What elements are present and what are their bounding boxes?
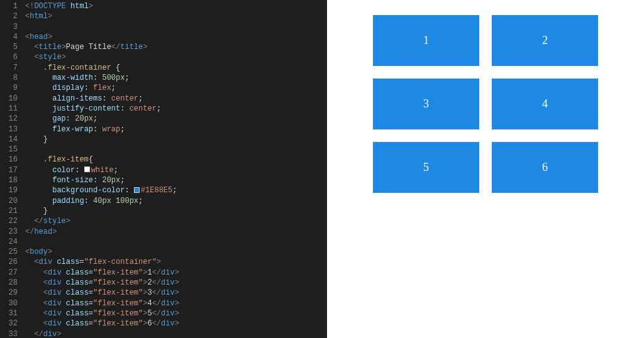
line-number: 23 bbox=[0, 227, 18, 237]
code-line[interactable]: </head> bbox=[25, 227, 327, 237]
line-number: 30 bbox=[0, 298, 18, 308]
line-number: 27 bbox=[0, 268, 18, 278]
line-number: 26 bbox=[0, 257, 18, 267]
line-number: 24 bbox=[0, 237, 18, 247]
code-line[interactable] bbox=[25, 237, 327, 247]
line-number: 28 bbox=[0, 278, 18, 288]
flex-item-3: 3 bbox=[373, 79, 479, 129]
code-editor-pane: 1234567891011121314151617181920212223242… bbox=[0, 0, 327, 338]
code-line[interactable]: .flex-item{ bbox=[25, 155, 327, 165]
line-number: 33 bbox=[0, 329, 18, 339]
code-line[interactable]: color: white; bbox=[25, 165, 327, 175]
code-line[interactable]: <div class="flex-item">5</div> bbox=[25, 308, 327, 319]
code-line[interactable]: } bbox=[25, 206, 327, 216]
code-line[interactable] bbox=[25, 144, 327, 155]
line-number: 19 bbox=[0, 185, 18, 195]
line-number: 31 bbox=[0, 308, 18, 319]
code-line[interactable]: align-items: center; bbox=[25, 94, 327, 104]
code-line[interactable]: <div class="flex-item">1</div> bbox=[25, 268, 327, 278]
line-number: 4 bbox=[0, 32, 18, 42]
line-number: 6 bbox=[0, 52, 18, 62]
code-line[interactable] bbox=[25, 22, 327, 32]
line-number: 20 bbox=[0, 196, 18, 206]
line-number: 21 bbox=[0, 206, 18, 216]
line-number: 1 bbox=[0, 1, 18, 11]
line-number: 11 bbox=[0, 104, 18, 114]
code-line[interactable]: <body> bbox=[25, 247, 327, 257]
flex-item-2: 2 bbox=[492, 15, 598, 66]
flex-container: 1 2 3 4 5 6 bbox=[350, 15, 621, 193]
line-number: 18 bbox=[0, 175, 18, 185]
code-line[interactable]: padding: 40px 100px; bbox=[25, 196, 327, 206]
code-line[interactable]: </div> bbox=[25, 329, 327, 339]
line-number: 7 bbox=[0, 63, 18, 73]
code-line[interactable]: <div class="flex-item">3</div> bbox=[25, 288, 327, 298]
code-line[interactable]: <head> bbox=[25, 32, 327, 42]
code-line[interactable]: flex-wrap: wrap; bbox=[25, 124, 327, 134]
code-line[interactable]: .flex-container { bbox=[25, 63, 327, 73]
code-line[interactable]: <!DOCTYPE html> bbox=[25, 1, 327, 11]
code-line[interactable]: <title>Page Title</title> bbox=[25, 42, 327, 52]
code-line[interactable]: gap: 20px; bbox=[25, 114, 327, 124]
code-line[interactable]: <div class="flex-container"> bbox=[25, 257, 327, 267]
line-number: 15 bbox=[0, 144, 18, 155]
line-number: 2 bbox=[0, 11, 18, 21]
line-number: 9 bbox=[0, 83, 18, 93]
code-line[interactable]: display: flex; bbox=[25, 83, 327, 93]
line-number: 12 bbox=[0, 114, 18, 124]
flex-item-6: 6 bbox=[492, 142, 598, 193]
line-number: 25 bbox=[0, 247, 18, 257]
code-line[interactable]: <style> bbox=[25, 52, 327, 62]
preview-pane: 1 2 3 4 5 6 bbox=[327, 0, 644, 338]
flex-item-4: 4 bbox=[492, 79, 598, 129]
code-line[interactable]: background-color: #1E88E5; bbox=[25, 185, 327, 195]
line-number: 8 bbox=[0, 73, 18, 83]
line-number: 32 bbox=[0, 319, 18, 329]
line-number: 17 bbox=[0, 165, 18, 175]
line-number: 14 bbox=[0, 134, 18, 144]
line-number: 13 bbox=[0, 124, 18, 134]
line-number: 3 bbox=[0, 22, 18, 32]
code-line[interactable]: } bbox=[25, 134, 327, 144]
line-number: 16 bbox=[0, 155, 18, 165]
line-number-gutter: 1234567891011121314151617181920212223242… bbox=[0, 0, 25, 338]
line-number: 29 bbox=[0, 288, 18, 298]
code-line[interactable]: <div class="flex-item">2</div> bbox=[25, 278, 327, 288]
code-line[interactable]: justify-content: center; bbox=[25, 104, 327, 114]
code-content[interactable]: <!DOCTYPE html><html> <head> <title>Page… bbox=[25, 0, 327, 338]
line-number: 22 bbox=[0, 216, 18, 226]
line-number: 5 bbox=[0, 42, 18, 52]
code-line[interactable]: max-width: 500px; bbox=[25, 73, 327, 83]
code-line[interactable]: <div class="flex-item">4</div> bbox=[25, 298, 327, 308]
code-line[interactable]: font-size: 20px; bbox=[25, 175, 327, 185]
line-number: 10 bbox=[0, 94, 18, 104]
code-line[interactable]: </style> bbox=[25, 216, 327, 226]
flex-item-1: 1 bbox=[373, 15, 479, 66]
flex-item-5: 5 bbox=[373, 142, 479, 193]
code-line[interactable]: <html> bbox=[25, 11, 327, 21]
code-line[interactable]: <div class="flex-item">6</div> bbox=[25, 319, 327, 329]
